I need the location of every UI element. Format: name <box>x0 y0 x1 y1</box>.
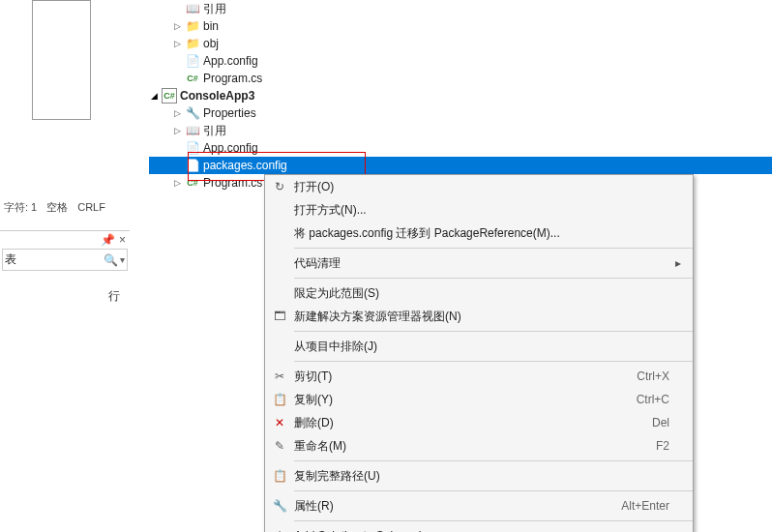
chevron-right-icon: ▸ <box>669 256 681 270</box>
menu-delete[interactable]: ✕ 删除(D) Del <box>265 411 693 434</box>
menu-separator <box>294 460 693 461</box>
menu-scope[interactable]: 限定为此范围(S) <box>265 281 693 305</box>
menu-separator <box>294 248 693 249</box>
expander-icon[interactable]: ▷ <box>172 39 182 48</box>
tree-node[interactable]: ▷ 📖 引用 <box>149 0 772 17</box>
menu-migrate[interactable]: 将 packages.config 迁移到 PackageReference(M… <box>265 222 693 245</box>
dropdown-icon[interactable]: ▾ <box>120 254 125 265</box>
status-lineend: CRLF <box>74 201 109 213</box>
bottom-panel: 📌 × 表 🔍 ▾ <box>0 230 130 269</box>
tree-node[interactable]: ▷ 🔧 Properties <box>149 104 772 122</box>
config-file-icon: 📄 <box>185 53 200 69</box>
folder-icon: 📁 <box>185 18 200 34</box>
pin-icon[interactable]: 📌 <box>101 233 115 247</box>
tree-node[interactable]: ▷ 📄 App.config <box>149 139 772 157</box>
config-file-icon: 📄 <box>185 158 200 173</box>
menu-svn[interactable]: ⬆ Add Solution to Subversion... <box>265 524 693 532</box>
row-label: 行 <box>0 288 126 305</box>
config-file-icon: 📄 <box>185 140 200 156</box>
menu-copy[interactable]: 📋 复制(Y) Ctrl+C <box>265 388 693 411</box>
panel-label: 表 <box>5 251 16 268</box>
menu-separator <box>294 361 693 362</box>
cs-file-icon: C# <box>185 71 200 86</box>
folder-icon: 📁 <box>185 36 200 51</box>
tree-node[interactable]: ▷ C# Program.cs <box>149 70 772 87</box>
tree-node[interactable]: ▷ 📁 obj <box>149 35 772 52</box>
menu-separator <box>294 278 693 279</box>
menu-separator <box>294 490 693 491</box>
menu-rename[interactable]: ✎ 重命名(M) F2 <box>265 434 693 458</box>
menu-code-cleanup[interactable]: 代码清理▸ <box>265 251 693 275</box>
close-icon[interactable]: × <box>119 233 126 247</box>
cs-file-icon: C# <box>185 175 200 191</box>
expander-icon[interactable]: ▷ <box>172 126 182 135</box>
copy-path-icon: 📋 <box>265 469 294 483</box>
context-menu: ↻ 打开(O) 打开方式(N)... 将 packages.config 迁移到… <box>264 174 694 532</box>
solution-explorer-tree[interactable]: ▷ 📖 引用 ▷ 📁 bin ▷ 📁 obj ▷ 📄 App.config ▷ … <box>149 0 772 190</box>
search-icon[interactable]: 🔍 <box>104 253 118 267</box>
status-bar: 字符: 1 空格 CRLF <box>0 197 126 217</box>
wrench-icon: 🔧 <box>265 499 294 513</box>
wrench-icon: 🔧 <box>185 105 200 121</box>
menu-separator <box>294 520 693 521</box>
menu-properties[interactable]: 🔧 属性(R) Alt+Enter <box>265 494 693 517</box>
rename-icon: ✎ <box>265 439 294 453</box>
reference-icon: 📖 <box>185 123 200 138</box>
tree-node-selected[interactable]: ▷ 📄 packages.config <box>149 157 772 174</box>
reference-icon: 📖 <box>185 1 200 16</box>
new-view-icon: 🗔 <box>265 310 294 323</box>
expander-icon[interactable]: ◢ <box>149 91 159 101</box>
side-panel-frame <box>32 0 91 120</box>
expander-icon[interactable]: ▷ <box>172 178 182 188</box>
cut-icon: ✂ <box>265 369 294 383</box>
menu-open[interactable]: ↻ 打开(O) <box>265 175 693 198</box>
menu-exclude[interactable]: 从项目中排除(J) <box>265 335 693 358</box>
menu-cut[interactable]: ✂ 剪切(T) Ctrl+X <box>265 365 693 388</box>
cs-project-icon: C# <box>162 88 177 103</box>
status-cursor: 字符: 1 <box>0 200 41 215</box>
expander-icon[interactable]: ▷ <box>172 21 182 31</box>
menu-new-view[interactable]: 🗔 新建解决方案资源管理器视图(N) <box>265 305 693 328</box>
tree-node[interactable]: ▷ 📁 bin <box>149 17 772 35</box>
expander-icon[interactable]: ▷ <box>172 108 182 118</box>
tree-node[interactable]: ◢ C# ConsoleApp3 <box>149 87 772 104</box>
menu-copy-path[interactable]: 📋 复制完整路径(U) <box>265 464 693 488</box>
copy-icon: 📋 <box>265 393 294 406</box>
tree-node[interactable]: ▷ 📖 引用 <box>149 122 772 139</box>
open-icon: ↻ <box>265 180 294 193</box>
menu-open-with[interactable]: 打开方式(N)... <box>265 198 693 222</box>
delete-icon: ✕ <box>265 416 294 429</box>
menu-separator <box>294 331 693 332</box>
status-spacing: 空格 <box>43 200 72 215</box>
tree-node[interactable]: ▷ 📄 App.config <box>149 52 772 70</box>
